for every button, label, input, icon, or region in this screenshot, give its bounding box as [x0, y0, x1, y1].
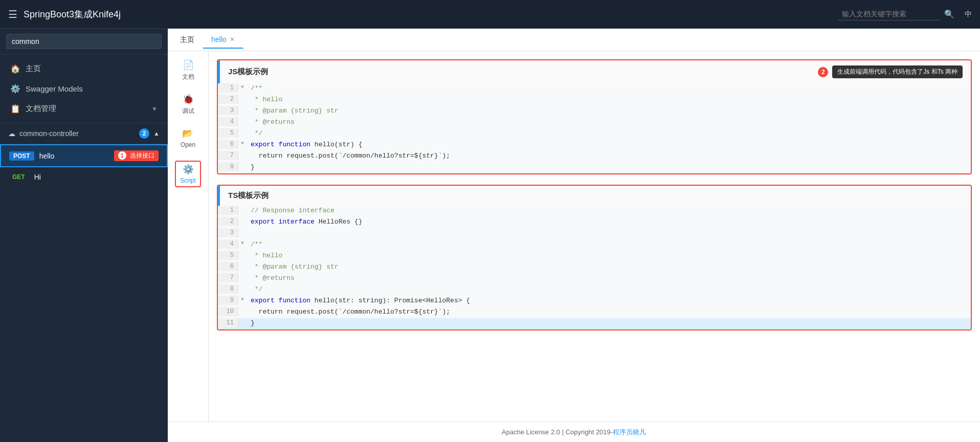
tab-home[interactable]: 主页	[172, 31, 203, 49]
side-actions: 📄 文档 🐞 调试 📂 Open ⚙️ Script	[168, 51, 209, 422]
js-line-5: 5 */	[218, 128, 971, 140]
search-icon[interactable]: 🔍	[944, 9, 954, 19]
tab-hello[interactable]: hello ✕	[203, 31, 243, 49]
app-title: SpringBoot3集成Knife4j	[24, 8, 832, 20]
lang-button[interactable]: 中	[965, 10, 972, 19]
action-doc[interactable]: 📄 文档	[182, 59, 194, 81]
select-btn-label: 选择接口	[130, 152, 154, 159]
js-code-editor: 1 ▼ /** 2 * hello 3 * @param {	[218, 83, 971, 173]
sidebar-item-swagger-models[interactable]: ⚙️ Swagger Models	[0, 79, 168, 99]
js-section-title-bar: JS模板示例 2 生成前端调用代码，代码包含了Js 和Ts 两种	[218, 60, 971, 83]
sidebar-nav: 🏠 主页 ⚙️ Swagger Models 📋 文档管理 ▼	[0, 55, 168, 123]
action-debug[interactable]: 🐞 调试	[182, 94, 194, 116]
action-script-label: Script	[180, 177, 196, 184]
js-tooltip-badge: 2 生成前端调用代码，代码包含了Js 和Ts 两种	[818, 65, 963, 78]
ts-line-6: 6 * @param {string} str	[218, 262, 971, 273]
js-line-1: 1 ▼ /**	[218, 83, 971, 95]
controller-name: common-controller	[19, 129, 79, 138]
js-section-title: JS模板示例	[228, 67, 268, 77]
ts-line-11: 11 }	[218, 318, 971, 329]
doc-action-icon: 📄	[183, 59, 194, 71]
debug-action-icon: 🐞	[183, 94, 194, 105]
content-panel: 📄 文档 🐞 调试 📂 Open ⚙️ Script	[168, 51, 980, 422]
menu-icon[interactable]: ☰	[8, 8, 17, 20]
method-post-badge: POST	[9, 151, 34, 161]
open-action-icon: 📂	[182, 128, 193, 139]
js-line-2: 2 * hello	[218, 95, 971, 106]
controller-badge: 2	[139, 128, 149, 139]
sidebar-item-doc-mgmt[interactable]: 📋 文档管理 ▼	[0, 99, 168, 119]
ts-line-7: 7 * @returns	[218, 273, 971, 284]
sidebar-item-home-label: 主页	[26, 64, 41, 74]
ts-code-editor: 1 // Response interface 2 export interfa…	[218, 206, 971, 329]
endpoint-post-hello[interactable]: POST hello 1 选择接口	[0, 144, 168, 167]
js-line-6: 6 ▼ export function hello(str) {	[218, 140, 971, 151]
swagger-icon: ⚙️	[10, 84, 20, 94]
controller-header-left: ☁ common-controller	[8, 129, 79, 138]
tab-hello-label: hello	[211, 35, 227, 43]
tab-home-label: 主页	[180, 35, 194, 45]
script-action-icon: ⚙️	[183, 164, 194, 175]
sidebar-item-doc-label: 文档管理	[26, 104, 56, 114]
main-content: JS模板示例 2 生成前端调用代码，代码包含了Js 和Ts 两种 1 ▼ /**	[209, 51, 980, 422]
action-open-label: Open	[181, 141, 195, 148]
ts-line-10: 10 return request.post(`/common/hello?st…	[218, 307, 971, 318]
js-tooltip-text: 生成前端调用代码，代码包含了Js 和Ts 两种	[832, 65, 963, 78]
search-bar: 🔍	[838, 8, 954, 20]
tab-hello-close[interactable]: ✕	[230, 36, 235, 43]
footer-link[interactable]: 程序员晓凡	[613, 428, 646, 437]
ts-code-section: TS模板示例 1 // Response interface 2 export …	[217, 185, 972, 330]
endpoint-hi-name: Hi	[34, 173, 160, 181]
ts-line-9: 9 ▼ export function hello(str: string): …	[218, 296, 971, 307]
ts-section-title-bar: TS模板示例	[218, 186, 971, 206]
sidebar-item-home[interactable]: 🏠 主页	[0, 59, 168, 79]
ts-line-2: 2 export interface HelloRes {}	[218, 217, 971, 228]
endpoint-hello-name: hello	[39, 152, 109, 160]
method-get-badge: GET	[8, 172, 29, 182]
footer: Apache License 2.0 | Copyright 2019- 程序员…	[168, 422, 980, 442]
controller-chevron: ▲	[153, 130, 160, 137]
ts-section-title: TS模板示例	[228, 191, 269, 201]
controller-header-right: 2 ▲	[139, 128, 160, 139]
content-area: 主页 hello ✕ 📄 文档 🐞 调试 📂 Op	[168, 29, 980, 442]
js-line-4: 4 * @returns	[218, 117, 971, 128]
sidebar: common 🏠 主页 ⚙️ Swagger Models 📋 文档管理 ▼	[0, 29, 168, 442]
tabs-bar: 主页 hello ✕	[168, 29, 980, 51]
search-input[interactable]	[838, 8, 940, 20]
main-layout: common 🏠 主页 ⚙️ Swagger Models 📋 文档管理 ▼	[0, 29, 980, 442]
footer-text: Apache License 2.0 | Copyright 2019-	[502, 428, 613, 436]
sidebar-selector-wrapper: common	[0, 29, 168, 55]
action-debug-label: 调试	[182, 107, 194, 116]
ts-line-4: 4 ▼ /**	[218, 239, 971, 251]
controller-header[interactable]: ☁ common-controller 2 ▲	[0, 123, 168, 144]
js-code-section: JS模板示例 2 生成前端调用代码，代码包含了Js 和Ts 两种 1 ▼ /**	[217, 59, 972, 174]
action-script[interactable]: ⚙️ Script	[175, 161, 201, 187]
ts-line-3: 3	[218, 228, 971, 239]
header: ☰ SpringBoot3集成Knife4j 🔍 中	[0, 0, 980, 29]
endpoint-list: POST hello 1 选择接口 GET Hi	[0, 144, 168, 187]
ts-line-8: 8 */	[218, 284, 971, 296]
doc-mgmt-icon: 📋	[10, 104, 20, 114]
home-icon: 🏠	[10, 64, 20, 74]
endpoint-get-hi[interactable]: GET Hi	[0, 167, 168, 187]
sidebar-controller: ☁ common-controller 2 ▲ POST hello 1 选择接…	[0, 123, 168, 187]
chevron-down-icon: ▼	[151, 105, 158, 113]
js-line-3: 3 * @param {string} str	[218, 106, 971, 117]
js-line-8: 8 }	[218, 162, 971, 173]
action-doc-label: 文档	[182, 73, 194, 81]
controller-cloud-icon: ☁	[8, 129, 15, 138]
select-interface-button[interactable]: 1 选择接口	[114, 150, 159, 161]
ts-line-5: 5 * hello	[218, 251, 971, 262]
sidebar-item-swagger-label: Swagger Models	[26, 84, 83, 93]
js-line-7: 7 return request.post(`/common/hello?str…	[218, 151, 971, 162]
api-group-selector[interactable]: common	[6, 34, 162, 49]
action-open[interactable]: 📂 Open	[181, 128, 195, 148]
select-badge-num: 1	[118, 151, 126, 160]
js-tooltip-num: 2	[818, 67, 828, 77]
ts-line-1: 1 // Response interface	[218, 206, 971, 217]
